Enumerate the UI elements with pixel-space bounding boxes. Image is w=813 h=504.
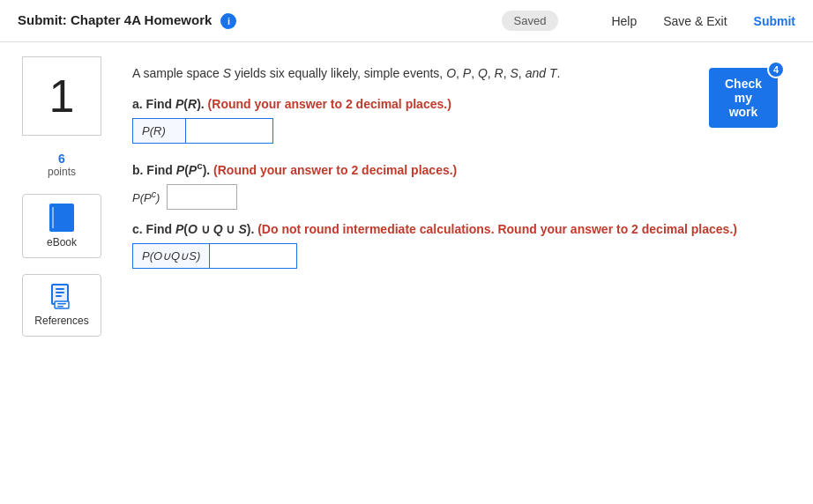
part-c-input-label: P(O∪Q∪S) [132, 243, 209, 269]
question-number-box: 1 [22, 56, 101, 136]
check-my-work-button[interactable]: Check my work 4 [709, 68, 778, 128]
svg-rect-5 [57, 303, 66, 305]
saved-badge: Saved [502, 11, 559, 31]
points-display: 6 points [48, 152, 76, 178]
part-b-input-label: P(Pc) [132, 189, 160, 204]
svg-rect-4 [55, 301, 69, 308]
save-exit-link[interactable]: Save & Exit [663, 14, 727, 28]
help-link[interactable]: Help [611, 14, 637, 28]
book-icon [49, 204, 74, 232]
part-a-input-row: P(R) [132, 118, 795, 144]
points-value: 6 [48, 152, 76, 166]
check-badge: 4 [767, 61, 785, 78]
sidebar: 1 6 points eBook References [0, 42, 123, 351]
main-content: 1 6 points eBook References [0, 42, 813, 351]
part-a-label: a. Find P(R). (Round your answer to 2 de… [132, 97, 795, 111]
svg-rect-3 [56, 295, 62, 297]
question-number: 1 [49, 70, 75, 122]
info-icon[interactable]: i [220, 13, 236, 29]
svg-rect-2 [56, 292, 64, 293]
points-label: points [48, 166, 76, 178]
part-c-input-row: P(O∪Q∪S) [132, 243, 795, 269]
part-a-input[interactable] [185, 118, 273, 144]
part-b-instruction: Find P(Pc). (Round your answer to 2 deci… [146, 163, 457, 177]
page-header: Submit: Chapter 4A Homework i Saved Help… [0, 0, 813, 42]
part-b-input[interactable] [167, 184, 237, 210]
references-icon [50, 284, 73, 310]
question-content: Check my work 4 A sample space S yields … [123, 42, 813, 351]
part-c-letter: c. [132, 222, 143, 236]
svg-rect-1 [56, 288, 64, 290]
references-button[interactable]: References [22, 274, 101, 337]
part-c-input[interactable] [209, 243, 297, 269]
question-intro: A sample space S yields six equally like… [132, 56, 795, 83]
part-b-note: (Round your answer to 2 decimal places.) [213, 163, 457, 177]
part-a-note: (Round your answer to 2 decimal places.) [208, 97, 451, 111]
svg-rect-6 [57, 306, 63, 308]
title-text: Submit: Chapter 4A Homework [18, 12, 212, 27]
references-label: References [34, 315, 88, 327]
ebook-label: eBook [47, 236, 77, 248]
page-title: Submit: Chapter 4A Homework i [18, 12, 493, 29]
part-c-instruction: Find P(O ∪ Q ∪ S). (Do not round interme… [146, 222, 737, 236]
part-c-section: c. Find P(O ∪ Q ∪ S). (Do not round inte… [132, 222, 795, 269]
ebook-button[interactable]: eBook [22, 194, 101, 258]
part-c-note: (Do not round intermediate calculations.… [257, 222, 737, 236]
part-b-input-row: P(Pc) [132, 184, 795, 210]
part-a-letter: a. [132, 97, 143, 111]
part-b-section: b. Find P(Pc). (Round your answer to 2 d… [132, 159, 795, 210]
check-my-work-label: Check my work [725, 77, 762, 119]
part-a-input-label: P(R) [132, 118, 185, 144]
part-b-label: b. Find P(Pc). (Round your answer to 2 d… [132, 159, 795, 177]
part-a-instruction: Find P(R). (Round your answer to 2 decim… [146, 97, 451, 111]
part-c-label: c. Find P(O ∪ Q ∪ S). (Do not round inte… [132, 222, 795, 236]
submit-link[interactable]: Submit [754, 14, 795, 28]
part-b-letter: b. [132, 163, 143, 177]
